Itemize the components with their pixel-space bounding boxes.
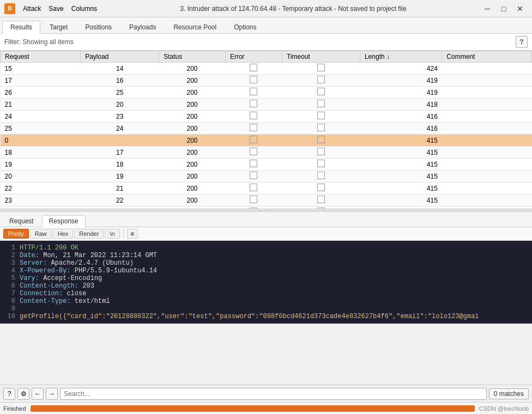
table-cell: 415 <box>360 171 442 182</box>
table-cell: 200 <box>159 135 226 147</box>
format-pretty[interactable]: Pretty <box>3 229 29 239</box>
table-row[interactable]: 1514200424 <box>1 63 532 75</box>
table-row[interactable]: 2524200416 <box>1 123 532 135</box>
table-cell: 200 <box>159 123 226 135</box>
maximize-button[interactable]: □ <box>496 2 511 15</box>
search-input[interactable] <box>60 388 487 400</box>
table-cell: 16 <box>81 75 159 87</box>
table-cell: 419 <box>360 75 442 87</box>
table-cell-checkbox <box>282 171 360 182</box>
table-cell <box>442 75 532 87</box>
checkbox[interactable] <box>317 64 325 71</box>
checkbox[interactable] <box>250 136 257 143</box>
tab-resource-pool[interactable]: Resource Pool <box>165 21 225 33</box>
menu-columns[interactable]: Columns <box>68 4 100 14</box>
table-cell: 200 <box>159 63 226 75</box>
checkbox[interactable] <box>317 172 325 179</box>
titlebar-menu: Attack Save Columns <box>20 4 100 14</box>
checkbox[interactable] <box>317 100 325 107</box>
checkbox[interactable] <box>317 148 325 155</box>
checkbox[interactable] <box>250 196 257 203</box>
matches-badge: 0 matches <box>489 388 529 399</box>
tab-request[interactable]: Request <box>2 215 41 227</box>
checkbox[interactable] <box>250 64 257 71</box>
checkbox[interactable] <box>317 88 325 95</box>
table-cell-checkbox <box>225 147 282 159</box>
table-row[interactable]: 0200415 <box>1 135 532 147</box>
table-header-row: Request Payload Status Error Timeout Len… <box>1 51 532 63</box>
checkbox[interactable] <box>317 184 325 191</box>
table-cell: 415 <box>360 159 442 171</box>
settings-button[interactable]: ⚙ <box>17 388 29 400</box>
checkbox[interactable] <box>250 112 257 119</box>
col-request[interactable]: Request <box>1 51 81 63</box>
table-row[interactable]: 2120200418 <box>1 99 532 111</box>
checkbox[interactable] <box>317 196 325 203</box>
checkbox[interactable] <box>250 124 257 131</box>
col-status[interactable]: Status <box>159 51 226 63</box>
table-row[interactable]: 2322200415 <box>1 194 532 206</box>
checkbox[interactable] <box>250 160 257 167</box>
table-cell: 22 <box>1 182 81 194</box>
checkbox[interactable] <box>250 76 257 83</box>
table-row[interactable]: 1918200415 <box>1 159 532 171</box>
table-row[interactable]: 1716200419 <box>1 75 532 87</box>
format-menu-button[interactable]: ≡ <box>127 229 138 239</box>
tab-target[interactable]: Target <box>41 21 76 33</box>
checkbox[interactable] <box>250 172 257 179</box>
table-cell: 200 <box>159 171 226 182</box>
checkbox[interactable] <box>317 124 325 131</box>
checkbox[interactable] <box>250 184 257 191</box>
table-cell: 18 <box>1 147 81 159</box>
table-cell: 200 <box>159 87 226 99</box>
table-cell: 200 <box>159 75 226 87</box>
checkbox[interactable] <box>317 76 325 83</box>
checkbox[interactable] <box>317 160 325 167</box>
close-button[interactable]: ✕ <box>512 2 528 15</box>
table-cell: 200 <box>159 111 226 123</box>
tab-options[interactable]: Options <box>226 21 264 33</box>
table-cell: 424 <box>360 63 442 75</box>
col-error[interactable]: Error <box>225 51 282 63</box>
col-length[interactable]: Length ↓ <box>360 51 442 63</box>
table-cell <box>442 135 532 147</box>
col-comment[interactable]: Comment <box>442 51 532 63</box>
checkbox[interactable] <box>250 88 257 95</box>
tab-results[interactable]: Results <box>2 21 40 34</box>
minimize-button[interactable]: ─ <box>480 2 495 15</box>
back-button[interactable]: ← <box>32 388 44 400</box>
table-cell: 18 <box>81 159 159 171</box>
table-cell: 23 <box>1 194 81 206</box>
table-row[interactable]: 2423200416 <box>1 111 532 123</box>
table-cell: 24 <box>81 123 159 135</box>
table-row[interactable]: 2019200415 <box>1 171 532 182</box>
brand-text: CSDN @lsecNoob <box>479 405 529 412</box>
format-render[interactable]: Render <box>74 229 104 239</box>
help-small-button[interactable]: ? <box>3 388 15 400</box>
tab-payloads[interactable]: Payloads <box>121 21 164 33</box>
progress-fill <box>31 405 475 412</box>
col-timeout[interactable]: Timeout <box>282 51 360 63</box>
response-area: 1HTTP/1.1 200 OK 2Date: Mon, 21 Mar 2022… <box>0 241 532 385</box>
help-button[interactable]: ? <box>516 36 528 48</box>
response-content: 1HTTP/1.1 200 OK 2Date: Mon, 21 Mar 2022… <box>0 241 532 324</box>
table-row[interactable]: 1817200415 <box>1 147 532 159</box>
format-raw[interactable]: Raw <box>30 229 52 239</box>
menu-save[interactable]: Save <box>45 4 66 14</box>
format-newline[interactable]: \n <box>105 229 119 239</box>
checkbox[interactable] <box>250 148 257 155</box>
forward-button[interactable]: → <box>46 388 58 400</box>
col-payload[interactable]: Payload <box>81 51 159 63</box>
tab-positions[interactable]: Positions <box>77 21 120 33</box>
table-cell-checkbox <box>225 159 282 171</box>
menu-attack[interactable]: Attack <box>20 4 44 14</box>
main-content: Filter: Showing all items ? Request Payl… <box>0 34 532 414</box>
checkbox[interactable] <box>317 112 325 119</box>
table-row[interactable]: 2221200415 <box>1 182 532 194</box>
checkbox[interactable] <box>317 136 325 143</box>
tab-response[interactable]: Response <box>42 215 86 227</box>
results-table: Request Payload Status Error Timeout Len… <box>0 51 532 209</box>
format-hex[interactable]: Hex <box>53 229 74 239</box>
checkbox[interactable] <box>250 100 257 107</box>
table-row[interactable]: 2625200419 <box>1 87 532 99</box>
